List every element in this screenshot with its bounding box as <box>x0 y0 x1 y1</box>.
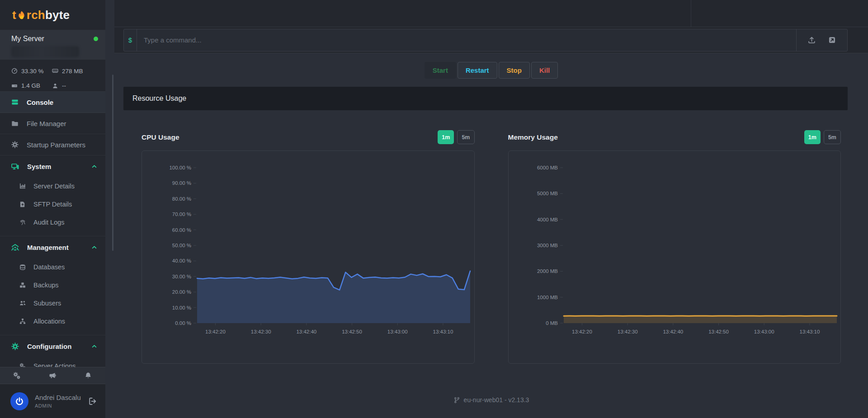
sidebar-item-databases[interactable]: Databases <box>0 258 105 276</box>
chevron-up-icon <box>91 244 97 250</box>
svg-text:3000 MB: 3000 MB <box>537 243 557 248</box>
sidebar-item-audit-logs[interactable]: Audit Logs <box>0 213 105 231</box>
sidebar-section-label: Configuration <box>27 343 71 350</box>
stop-button[interactable]: Stop <box>499 62 530 79</box>
logo-text-torch-rest: rch <box>27 8 45 22</box>
chevron-up-icon <box>91 164 97 169</box>
kill-button[interactable]: Kill <box>531 62 558 79</box>
svg-text:6000 MB: 6000 MB <box>537 165 557 170</box>
server-stat-value: 33.30 % <box>21 68 44 75</box>
external-icon[interactable] <box>828 36 836 44</box>
sidebar-item-subusers[interactable]: Subusers <box>0 294 105 312</box>
git-branch-icon <box>453 397 460 404</box>
server-stat: 1.4 GB <box>11 80 52 92</box>
svg-text:90.00 %: 90.00 % <box>172 180 191 186</box>
chart-plot: 6000 MB5000 MB4000 MB3000 MB2000 MB1000 … <box>509 151 841 363</box>
server-selector[interactable]: My Server <box>0 30 105 60</box>
svg-text:100.00 %: 100.00 % <box>169 165 191 170</box>
sidebar-scrollbar-gutter <box>105 0 114 418</box>
svg-text:30.00 %: 30.00 % <box>172 274 191 279</box>
restart-button[interactable]: Restart <box>458 62 497 79</box>
bullhorn-icon[interactable] <box>49 372 57 379</box>
svg-text:70.00 %: 70.00 % <box>172 211 191 217</box>
svg-text:0 MB: 0 MB <box>546 320 558 326</box>
sidebar-item-label: Allocations <box>33 318 65 325</box>
command-prompt-symbol: $ <box>124 29 137 51</box>
server-icon <box>11 99 19 106</box>
server-address-redacted <box>11 46 79 57</box>
range-button-5m[interactable]: 5m <box>824 130 841 144</box>
svg-text:13:42:40: 13:42:40 <box>663 329 683 334</box>
people-roof-icon <box>11 244 19 251</box>
sidebar-item-label: Server Details <box>33 183 75 190</box>
server-stat: 278 MB <box>52 66 105 77</box>
svg-text:13:42:20: 13:42:20 <box>205 329 226 334</box>
folder-icon <box>11 120 19 127</box>
node-version-footer: eu-nur-web01 - v2.13.3 <box>114 396 868 404</box>
server-stat-value: 1.4 GB <box>21 82 40 89</box>
user-name: Andrei Dascalu <box>35 394 82 401</box>
power-controls: StartRestartStopKill <box>114 62 868 79</box>
gears-icon[interactable] <box>13 372 21 379</box>
svg-text:13:43:10: 13:43:10 <box>433 329 453 334</box>
svg-text:40.00 %: 40.00 % <box>172 258 191 263</box>
svg-text:13:42:50: 13:42:50 <box>342 329 362 334</box>
range-button-5m[interactable]: 5m <box>457 130 474 144</box>
sidebar-item-file-manager[interactable]: File Manager <box>0 113 105 134</box>
range-button-1m[interactable]: 1m <box>804 130 821 144</box>
sidebar-item-server-details[interactable]: Server Details <box>0 177 105 195</box>
brand-logo[interactable]: t rch byte <box>0 0 105 30</box>
user-bar: Andrei Dascalu ADMIN <box>0 384 105 418</box>
sidebar-section-system[interactable]: System <box>0 155 105 177</box>
section-title: Resource Usage <box>132 94 186 103</box>
charts-area: CPU Usage1m5m100.00 %90.00 %80.00 %70.00… <box>114 130 868 364</box>
sidebar-item-startup-parameters[interactable]: Startup Parameters <box>0 134 105 155</box>
console-output-area <box>114 0 868 27</box>
upload-icon[interactable] <box>808 36 816 44</box>
bell-icon[interactable] <box>85 372 92 379</box>
chart-memory-usage: Memory Usage1m5m6000 MB5000 MB4000 MB300… <box>508 130 841 364</box>
svg-text:80.00 %: 80.00 % <box>172 196 191 202</box>
sidebar-group-system: SystemServer DetailsSFTP DetailsAudit Lo… <box>0 155 105 236</box>
server-stat-value: -- <box>62 82 66 89</box>
logout-icon[interactable] <box>89 397 97 405</box>
avatar[interactable] <box>10 392 28 410</box>
sidebar-item-label: Databases <box>33 263 65 271</box>
range-button-1m[interactable]: 1m <box>438 130 454 144</box>
sidebar-item-console[interactable]: Console <box>0 92 105 113</box>
sidebar-section-management[interactable]: Management <box>0 236 105 258</box>
disk-icon <box>11 83 18 89</box>
power-icon <box>15 397 24 405</box>
svg-text:2000 MB: 2000 MB <box>537 268 557 274</box>
command-input[interactable] <box>137 29 796 51</box>
gears-icon <box>19 363 26 367</box>
sidebar-item-label: Audit Logs <box>33 219 65 226</box>
server-stats: 33.30 %278 MB1.4 GB-- <box>0 60 105 91</box>
sidebar-item-backups[interactable]: Backups <box>0 276 105 294</box>
logo-text-byte: byte <box>45 8 70 22</box>
sidebar-item-allocations[interactable]: Allocations <box>0 312 105 330</box>
sidebar-section-label: System <box>27 163 51 170</box>
sidebar-group-management: ManagementDatabasesBackupsSubusersAlloca… <box>0 236 105 335</box>
chart-canvas: 100.00 %90.00 %80.00 %70.00 %60.00 %50.0… <box>142 150 475 364</box>
sidebar: t rch byte My Server 33.30 %278 MB1.4 GB… <box>0 0 105 418</box>
range-selector: 1m5m <box>804 130 841 144</box>
flame-icon <box>17 10 26 20</box>
boxes-icon <box>19 282 26 288</box>
sidebar-item-sftp-details[interactable]: SFTP Details <box>0 195 105 213</box>
svg-text:13:42:20: 13:42:20 <box>572 329 592 334</box>
sidebar-scrollbar-thumb[interactable] <box>112 75 113 251</box>
sidebar-item-server-actions[interactable]: Server Actions <box>0 357 105 367</box>
sidebar-item-label: Startup Parameters <box>27 141 85 149</box>
range-selector: 1m5m <box>438 130 474 144</box>
start-button[interactable]: Start <box>425 62 456 79</box>
chart-cpu-usage: CPU Usage1m5m100.00 %90.00 %80.00 %70.00… <box>142 130 475 364</box>
sidebar-section-configuration[interactable]: Configuration <box>0 335 105 357</box>
fingerprint-icon <box>19 219 26 225</box>
gear-icon <box>11 343 19 350</box>
svg-text:13:42:30: 13:42:30 <box>251 329 271 334</box>
chart-title: Memory Usage <box>508 133 558 141</box>
user-icon <box>52 83 58 89</box>
svg-text:1000 MB: 1000 MB <box>537 295 557 300</box>
console-scrollbar-track <box>691 0 691 27</box>
